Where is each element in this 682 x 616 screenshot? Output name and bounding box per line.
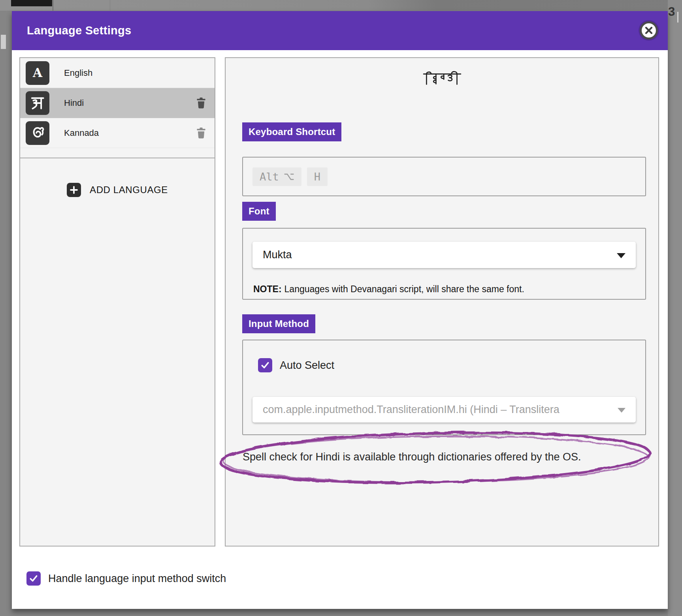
close-button[interactable] [640,21,658,39]
language-detail-panel: Keyboard Shortcut Alt H Font Mukta NOTE:… [225,57,659,547]
trash-icon [195,96,207,109]
input-method-value: com.apple.inputmethod.TransliterationIM.… [263,404,560,416]
handle-switch-checkbox[interactable] [26,571,41,586]
dialog-title: Language Settings [12,24,132,37]
font-select-value: Mukta [263,249,292,261]
background-top-strip [0,0,682,11]
handle-switch-label: Handle language input method switch [48,573,226,585]
language-label: Hindi [64,98,84,108]
spell-check-note: Spell check for Hindi is available throu… [243,451,581,463]
font-note: NOTE:Languages with Devanagari script, w… [253,284,524,295]
add-language-button[interactable]: ADD LANGUAGE [20,183,215,197]
background-scrollbar-fragment [1,35,6,49]
devanagari-letter-icon [26,91,49,115]
font-label: Font [242,202,276,221]
trash-icon [195,126,207,139]
background-right-column [668,0,682,616]
language-row-english[interactable]: A English [20,58,215,88]
close-icon [644,26,653,35]
delete-hindi-button[interactable] [195,96,207,110]
font-group: Mukta NOTE:Languages with Devanagari scr… [242,228,646,300]
checkmark-icon [260,361,270,370]
add-language-label: ADD LANGUAGE [90,184,168,195]
keyboard-shortcut-input[interactable]: Alt H [242,157,646,196]
language-label: Kannada [64,128,99,138]
english-letter-icon: A [26,61,49,85]
auto-select-checkbox-row[interactable]: Auto Select [258,358,334,372]
selected-language-heading [226,71,658,89]
font-select[interactable]: Mukta [252,242,636,268]
auto-select-label: Auto Select [280,359,334,372]
keyboard-shortcut-label: Keyboard Shortcut [242,122,341,141]
background-divider [110,0,110,11]
language-settings-dialog: Language Settings A English Hi [12,11,668,609]
list-spacer [20,148,215,158]
screen: { "background": { "page_fragment": "3" }… [0,0,682,616]
shortcut-keys: Alt H [252,167,328,186]
key-chip-h: H [307,167,328,186]
option-key-icon [284,172,294,181]
background-cursor-fragment [677,12,678,23]
hindi-word-glyph [422,71,462,89]
list-divider [20,158,215,158]
delete-kannada-button[interactable] [195,126,207,140]
kannada-letter-icon [26,121,49,145]
auto-select-checkbox[interactable] [258,358,272,372]
chevron-down-icon [617,253,625,258]
input-method-label: Input Method [242,314,315,333]
background-page-number: 3 [668,5,675,19]
input-method-select[interactable]: com.apple.inputmethod.TransliterationIM.… [252,397,636,423]
background-divider [53,0,53,11]
language-label: English [64,68,92,78]
chevron-down-icon [618,408,625,413]
input-method-group: Auto Select com.apple.inputmethod.Transl… [242,340,646,435]
language-row-hindi[interactable]: Hindi [20,88,215,118]
language-list-panel: A English Hindi [19,57,215,547]
checkmark-icon [29,574,38,583]
dialog-header: Language Settings [12,11,668,50]
plus-icon [67,183,81,197]
background-toolbar-fragment [11,0,52,6]
handle-switch-checkbox-row[interactable]: Handle language input method switch [26,571,226,586]
key-chip-alt: Alt [252,167,301,186]
language-row-kannada[interactable]: Kannada [20,118,215,148]
